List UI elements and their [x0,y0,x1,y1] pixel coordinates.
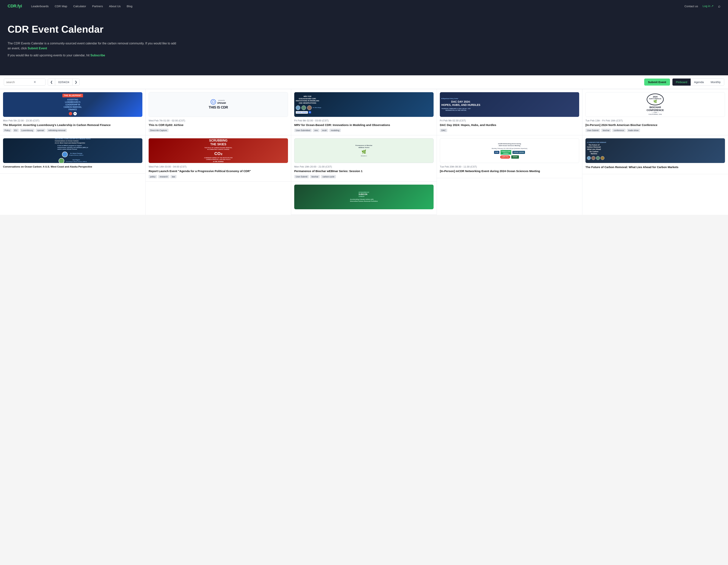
event-card-biochar-webinar[interactable]: Permanence of BiocharwEBInar Series 🌿 Se… [291,135,437,181]
submit-event-button[interactable]: Submit Event [644,78,670,86]
cworthy-logo: [c]Worthy [500,155,510,158]
event-card-scrubbing[interactable]: SCRUBBINGTHE SKIES THE ROLE OF CARBON DI… [146,135,291,181]
search-icon[interactable]: ⌕ [718,4,720,8]
event-card-subicon[interactable]: SPONSORED BYSUBICONCARBON Accelerating C… [291,181,437,215]
subscribe-link[interactable]: Subscribe [90,54,105,57]
submit-event-link[interactable]: Submit Event [28,47,47,50]
scrubbing-title-text: SCRUBBINGTHE SKIES [209,139,227,146]
tag-modeling[interactable]: modeling [329,129,341,132]
tag-luxembourg[interactable]: Luxembourg [20,129,35,132]
mrv-speakers: Dr. Ellen Briggs [296,105,321,110]
tag-policy2[interactable]: policy [149,175,157,178]
event-image-arpa: Join ACON, C-CAN, and OST for a Webinar … [3,138,142,163]
carbon-sea-logo: Carbon to SeaInitiative [501,150,511,155]
tag-user-submitted[interactable]: User-Submitted [294,129,312,132]
search-clear-button[interactable]: ✕ [34,80,36,84]
hero-section: CDR Event Calendar The CDR Events Calend… [0,12,728,75]
logo-fyi: fyi [17,4,22,8]
tag-biochar-bc[interactable]: biochar [601,129,611,132]
tag-trade-show[interactable]: trade-show [627,129,640,132]
mcdr-net-heading: mCDR Networking Event during2024 Ocean S… [498,143,521,147]
events-grid: THE BLUEPRINT ASSERTINGLUXEMBOURG'SLEADE… [0,89,728,215]
event-datetime-biochar-webinar: Mon Feb 19th 20:00 - 21:00 (CST) [294,165,434,168]
tag-dac[interactable]: Direct-Air-Capture [149,129,169,132]
event-card-mcdr-networking[interactable]: mCDR Networking Event during2024 Ocean S… [437,135,582,178]
biochar-webinar-text: Permanence of BiocharwEBInar Series [355,144,372,148]
nav-partners[interactable]: Partners [92,5,103,8]
tag-law[interactable]: law [170,175,177,178]
event-image-subicon: SPONSORED BYSUBICONCARBON Accelerating C… [294,184,434,209]
toolbar: ✕ ❮ 02/04/24 ❯ Submit Event Pinboard Age… [0,75,728,89]
event-tags-mrv: User-Submitted mrv mcdr modeling [294,129,434,132]
tag-mrv[interactable]: mrv [313,129,319,132]
nav-leaderboards[interactable]: Leaderboards [31,5,49,8]
arpa-speaker2: Dan RogersTechnology-to-Market Advisor, … [59,158,87,163]
ocb-logo: OCB [494,151,499,154]
event-card-biochar-conf[interactable]: 2024 NORTH AMERICAN 🌿 BIOCHARCONFERENCE … [582,89,728,135]
event-card-mrv[interactable]: MRV FOROCEAN-BASED CDR:INNOVATIONS IN MO… [291,89,437,135]
event-title-biochar-conf: [In-Person] 2024 North American Biochar … [585,123,725,127]
openair-hexagon-icon [211,99,216,104]
tag-user-submit-bw[interactable]: User-Submit [294,175,309,178]
biochar-year: 2024 [653,96,657,98]
nav-about-us[interactable]: About Us [109,5,121,8]
scrubbing-co2-icon: CO₂ [214,151,222,156]
event-tags-cdr: Direct-Air-Capture [149,129,288,132]
event-card-dac[interactable]: ⊞ Bipartisan Policy Center DAC DAY 2024:… [437,89,582,135]
tag-policy[interactable]: Policy [3,129,12,132]
openair-presents-text: presents [217,99,226,102]
blueprint-logos: ◈ [69,112,77,115]
event-card-blueprint[interactable]: THE BLUEPRINT ASSERTINGLUXEMBOURG'SLEADE… [0,89,145,135]
event-datetime-mrv: Fri Feb 9th 02:00 - 03:00 (CST) [294,119,434,122]
tag-mcdr[interactable]: mcdr [321,129,328,132]
site-logo[interactable]: CDR.fyi [8,4,22,9]
scrubbing-author: w/ WIL BURNS [213,161,224,162]
biochar-north-american: NORTH AMERICAN [649,98,661,100]
scrubbing-subtitle: THE ROLE OF CARBON DIOXIDE REMOVALIN COM… [204,147,232,150]
event-card-arpa[interactable]: Join ACON, C-CAN, and OST for a Webinar … [0,135,145,173]
nav-calculator[interactable]: Calculator [73,5,86,8]
nav-links: Leaderboards CDR Map Calculator Partners… [31,5,684,8]
event-title-carbon-future: The Future of Carbon Removal: What Lies … [585,165,725,169]
biochar-conf-label: BIOCHARCONFERENCE [646,106,664,111]
mrv-heading: MRV FOROCEAN-BASED CDR:INNOVATIONS IN MO… [296,95,319,104]
nav-blog[interactable]: Blog [127,5,132,8]
event-datetime-dac: Fri Feb 9th 02:30 (CST) [440,119,579,122]
event-card-carbon-future[interactable]: A CARBONFUTURE WEBINAR The Future ofCarb… [582,135,728,174]
nav-contact[interactable]: Contact us [684,5,698,8]
event-card-this-is-cdr[interactable]: presents OPENAIR THIS IS CDR Wed Feb 7th… [146,89,291,135]
arpa-speakers: Dr. Simon FreemanProgram Director, ARPA-… [62,152,83,157]
biochar-conf-inner: 2024 NORTH AMERICAN 🌿 BIOCHARCONFERENCE … [586,92,725,117]
tag-biochar-bw[interactable]: biochar [310,175,320,178]
hero-desc2-plain: If you would like to add upcoming events… [8,54,90,57]
tab-pinboard[interactable]: Pinboard [672,78,691,86]
tab-agenda[interactable]: Agenda [691,78,707,86]
exios-logo: EXIOS [511,155,519,158]
search-input[interactable] [6,80,33,84]
event-title-mrv: MRV for Ocean-Based CDR: Innovations in … [294,123,434,127]
tag-rethinking[interactable]: rethinking-removal [47,129,67,132]
biochar-conf-org: — USBI — [651,111,659,113]
event-datetime-blueprint: Mon Feb 5th 22:00 - 23:30 (CST) [3,119,142,122]
date-prev-button[interactable]: ❮ [48,79,55,85]
tag-user-submit-bc[interactable]: User-Submit [585,129,600,132]
event-datetime-cdr: Wed Feb 7th 01:00 - 02:00 (CST) [149,119,288,122]
nav-cdr-map[interactable]: CDR Map [55,5,67,8]
nav-login[interactable]: Log in ↗ [703,4,714,8]
date-next-button[interactable]: ❯ [72,79,79,85]
tab-monthly[interactable]: Monthly [707,78,724,86]
event-title-cdr: This Is CDR Ep93: Airhive [149,123,288,127]
tag-eu[interactable]: EU [13,129,19,132]
event-image-mrv: MRV FOROCEAN-BASED CDR:INNOVATIONS IN MO… [294,92,434,117]
tag-dac2[interactable]: DAC [440,129,447,132]
openair-inner: presents OPENAIR THIS IS CDR [149,92,288,117]
event-column-5: 2024 NORTH AMERICAN 🌿 BIOCHARCONFERENCE … [582,89,728,215]
subicon-sponsored: SPONSORED BYSUBICONCARBON [359,191,369,197]
tag-conference-bc[interactable]: conference [612,129,625,132]
tag-carbon-cycle[interactable]: carbon-cycle [321,175,336,178]
tag-research[interactable]: research [158,175,169,178]
dac-heading: DAC DAY 2024:HOPES, HUBS, AND HURDLES [441,100,480,107]
nav-right: Contact us Log in ↗ ⌕ [684,4,720,8]
event-tags-blueprint: Policy EU Luxembourg openair rethinking-… [3,129,142,132]
tag-openair[interactable]: openair [36,129,46,132]
